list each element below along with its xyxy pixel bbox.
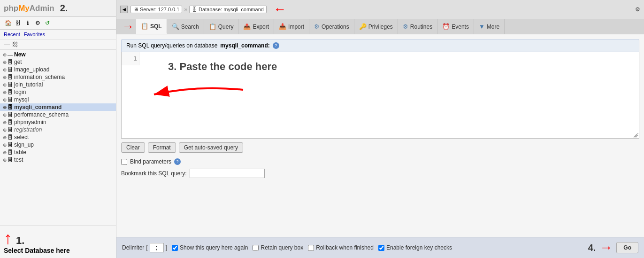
- step2-arrow-area: ←: [273, 2, 286, 17]
- format-button[interactable]: Format: [148, 142, 176, 153]
- step1-annotation-area: ↑ 1. Select Database here: [0, 226, 116, 258]
- db-item-icon: 🗄: [8, 104, 13, 110]
- events-tab-label: Events: [452, 23, 469, 30]
- search-tab-label: Search: [181, 23, 199, 30]
- settings-gear-icon[interactable]: ⚙: [635, 6, 640, 13]
- resize-handle[interactable]: ◢: [633, 133, 639, 138]
- expand-icon: ⊕: [3, 67, 7, 72]
- db-breadcrumb-icon: 🗄: [192, 7, 197, 12]
- db-item-get[interactable]: ⊕ 🗄 get: [0, 58, 116, 66]
- db-item-phpmyadmin[interactable]: ⊕ 🗄 phpmyadmin: [0, 118, 116, 126]
- chain-icon[interactable]: ⛓: [12, 41, 18, 48]
- db-item-name: join_tutorial: [14, 81, 43, 88]
- db-breadcrumb[interactable]: 🗄 Database: mysqli_command: [189, 6, 267, 13]
- rollback-checkbox[interactable]: [308, 245, 314, 251]
- auto-saved-button[interactable]: Get auto-saved query: [179, 142, 243, 153]
- privileges-tab-label: Privileges: [368, 23, 393, 30]
- routines-tab-icon: ⚙: [403, 23, 408, 30]
- query-help-icon[interactable]: ?: [273, 42, 279, 49]
- bind-parameters-checkbox[interactable]: [121, 159, 127, 165]
- home-icon[interactable]: 🏠: [4, 19, 12, 27]
- rollback-group: Rollback when finished: [308, 244, 374, 251]
- db-item-sign-up[interactable]: ⊕ 🗄 sign_up: [0, 141, 116, 149]
- routines-tab-label: Routines: [410, 23, 432, 30]
- db-item-name: performance_schema: [14, 111, 69, 118]
- window-close-btn[interactable]: ◀: [120, 6, 128, 13]
- favorites-link[interactable]: Favorites: [24, 31, 45, 37]
- db-item-icon: 🗄: [8, 142, 13, 148]
- expand-icon: ⊕: [3, 112, 7, 117]
- info-icon[interactable]: ℹ: [23, 19, 32, 27]
- expand-icon: ⊕: [3, 120, 7, 125]
- db-item-name: test: [14, 156, 23, 163]
- foreign-key-checkbox[interactable]: [378, 245, 384, 251]
- query-tab-label: Query: [218, 23, 234, 30]
- db-item-mysqli-command[interactable]: ⊕ 🗄 mysqli_command: [0, 103, 116, 111]
- db-item-table[interactable]: ⊕ 🗄 table: [0, 149, 116, 156]
- tab-export[interactable]: 📤 Export: [238, 19, 274, 34]
- collapse-icon[interactable]: —: [4, 41, 10, 48]
- db-item-test[interactable]: ⊕ 🗄 test: [0, 156, 116, 164]
- delimiter-close-bracket: ]: [166, 244, 167, 251]
- db-item-icon: 🗄: [8, 149, 13, 155]
- db-item-information-schema[interactable]: ⊕ 🗄 information_schema: [0, 73, 116, 81]
- bookmark-label: Bookmark this SQL query:: [121, 170, 187, 177]
- go-button[interactable]: Go: [616, 242, 638, 253]
- refresh-icon[interactable]: ↺: [43, 19, 52, 27]
- expand-icon: ⊕: [3, 157, 7, 163]
- delimiter-input[interactable]: [150, 243, 164, 252]
- retain-query-checkbox[interactable]: [253, 245, 259, 251]
- import-tab-label: Import: [288, 23, 304, 30]
- recent-link[interactable]: Recent: [4, 31, 20, 37]
- db-item-login[interactable]: ⊕ 🗄 login: [0, 88, 116, 96]
- sql-editor-input[interactable]: [122, 52, 639, 137]
- db-item-icon: 🗄: [8, 157, 13, 163]
- tab-routines[interactable]: ⚙ Routines: [398, 19, 437, 34]
- db-item-mysql[interactable]: ⊕ 🗄 mysql: [0, 96, 116, 103]
- sidebar-icon-row: 🏠 🗄 ℹ ⚙ ↺: [0, 17, 116, 30]
- db-item-icon: 🗄: [8, 119, 13, 125]
- tab-privileges[interactable]: 🔑 Privileges: [354, 19, 398, 34]
- query-db-name: mysqli_command:: [220, 42, 269, 49]
- expand-icon: ⊕: [3, 90, 7, 95]
- db-item-icon: 🗄: [8, 127, 13, 133]
- step1-label: Select Database here: [4, 247, 112, 254]
- bookmark-input[interactable]: [190, 169, 265, 178]
- tab-operations[interactable]: ⚙ Operations: [309, 19, 354, 34]
- expand-icon: ⊕: [3, 52, 7, 57]
- more-tab-label: More: [487, 23, 499, 30]
- db-icon-small[interactable]: 🗄: [14, 19, 22, 27]
- query-header: Run SQL query/queries on database mysqli…: [121, 39, 639, 52]
- show-again-checkbox[interactable]: [172, 245, 178, 251]
- db-item-new[interactable]: ⊕ — New: [0, 51, 116, 58]
- db-item-select[interactable]: ⊕ 🗄 select: [0, 133, 116, 141]
- db-item-join-tutorial[interactable]: ⊕ 🗄 join_tutorial: [0, 81, 116, 88]
- logo-admin: Admin: [30, 4, 54, 13]
- tab-more[interactable]: ▼ More: [474, 19, 505, 34]
- operations-tab-icon: ⚙: [314, 23, 320, 30]
- db-item-name: mysqli_command: [14, 104, 61, 110]
- expand-icon: ⊕: [3, 60, 7, 65]
- db-item-registration[interactable]: ⊕ 🗄 registration: [0, 126, 116, 133]
- server-breadcrumb[interactable]: 🖥 Server: 127.0.0.1: [130, 6, 182, 13]
- tab-import[interactable]: 📥 Import: [274, 19, 309, 34]
- expand-icon: ⊕: [3, 97, 7, 102]
- db-item-icon: 🗄: [8, 82, 13, 87]
- tab-search[interactable]: 🔍 Search: [167, 19, 204, 34]
- bind-parameters-label: Bind parameters: [130, 158, 171, 165]
- logo-my: My: [18, 4, 30, 13]
- step4-arrow: →: [599, 240, 613, 255]
- bookmark-row: Bookmark this SQL query:: [121, 167, 639, 180]
- db-item-icon: 🗄: [8, 89, 13, 95]
- tab-events[interactable]: ⏰ Events: [437, 19, 474, 34]
- tab-query[interactable]: 📋 Query: [204, 19, 239, 34]
- bind-help-icon[interactable]: ?: [174, 158, 181, 165]
- db-item-performance-schema[interactable]: ⊕ 🗄 performance_schema: [0, 111, 116, 118]
- foreign-key-label: Enable foreign key checks: [386, 244, 452, 251]
- db-item-name: information_schema: [14, 74, 65, 80]
- db-item-image-upload[interactable]: ⊕ 🗄 image_upload: [0, 66, 116, 73]
- db-item-name: registration: [14, 126, 42, 133]
- settings-icon-small[interactable]: ⚙: [33, 19, 42, 27]
- clear-button[interactable]: Clear: [121, 142, 145, 153]
- tab-sql[interactable]: 📋 SQL: [136, 19, 167, 34]
